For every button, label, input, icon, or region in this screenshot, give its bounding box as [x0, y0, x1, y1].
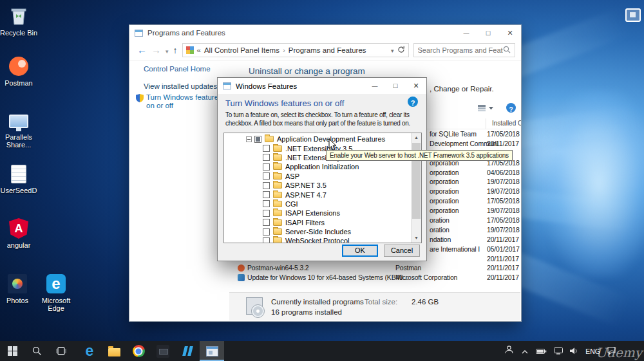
checkbox-unchecked[interactable]: [263, 191, 270, 198]
taskbar-chrome-button[interactable]: [126, 341, 151, 361]
desktop-icon-angular[interactable]: angular: [0, 218, 39, 249]
publisher-cell: orporation: [430, 207, 459, 214]
checkbox-unchecked[interactable]: [263, 200, 270, 207]
breadcrumb-separator: ›: [283, 46, 285, 54]
feature-row[interactable]: ISAPI Extensions: [224, 208, 421, 218]
publisher-cell: orporation: [430, 169, 459, 176]
address-dropdown-icon[interactable]: [391, 46, 394, 54]
close-button[interactable]: [406, 78, 426, 94]
wallpaper-glow: [544, 90, 644, 277]
checkbox-unchecked[interactable]: [263, 182, 270, 189]
collapse-expander-icon[interactable]: [246, 136, 252, 142]
maximize-button[interactable]: [385, 78, 406, 94]
feature-row[interactable]: ASP.NET 4.7: [224, 190, 421, 199]
feature-row[interactable]: Application Initialization: [224, 162, 421, 171]
folder-icon: [273, 201, 282, 207]
help-icon[interactable]: [506, 103, 516, 113]
taskbar-dark-app-button[interactable]: [151, 341, 175, 361]
hidden-icons-chevron[interactable]: [521, 346, 529, 357]
taskbar-edge-button[interactable]: [77, 341, 102, 361]
scroll-up-icon[interactable]: [412, 133, 421, 142]
volume-icon[interactable]: [570, 346, 578, 357]
start-button[interactable]: [0, 341, 24, 361]
checkbox-unchecked[interactable]: [263, 228, 270, 236]
battery-icon[interactable]: [536, 346, 547, 357]
search-icon: [503, 44, 511, 56]
close-button[interactable]: [499, 25, 521, 41]
installed-on-cell: 19/07/2018: [487, 207, 520, 214]
desktop-icon-recycle-bin[interactable]: Recycle Bin: [0, 5, 39, 37]
feature-row[interactable]: Application Development Features: [224, 134, 421, 143]
taskbar-file-explorer-button[interactable]: [102, 341, 126, 361]
publisher-cell: Postman: [395, 264, 421, 272]
blue-app-icon: [184, 346, 192, 356]
change-view-icon[interactable]: [477, 104, 495, 115]
scroll-down-icon[interactable]: [412, 234, 421, 243]
search-box[interactable]: [413, 43, 515, 57]
window-titlebar[interactable]: Programs and Features: [129, 25, 521, 41]
feature-label: Application Initialization: [285, 163, 359, 171]
breadcrumb-all-control-panel-items[interactable]: All Control Panel Items: [204, 46, 279, 54]
feature-row[interactable]: CGI: [224, 199, 421, 208]
minimize-button[interactable]: [365, 78, 385, 94]
ok-button[interactable]: OK: [342, 245, 378, 257]
dialog-titlebar[interactable]: Windows Features: [218, 78, 426, 94]
feature-row[interactable]: ASP: [224, 172, 421, 181]
feature-row[interactable]: Server-Side Includes: [224, 227, 421, 236]
history-dropdown-icon[interactable]: [166, 45, 169, 55]
desktop-icon-photos[interactable]: Photos: [0, 273, 38, 304]
feature-row[interactable]: ASP.NET 3.5: [224, 181, 421, 190]
cancel-button[interactable]: Cancel: [384, 245, 420, 257]
people-icon[interactable]: [504, 345, 514, 357]
program-row-postman[interactable]: Postman-win64-5.3.2 Postman 20/11/2017: [229, 263, 516, 273]
checkbox-unchecked[interactable]: [263, 210, 270, 217]
sidebar-item-view-installed-updates[interactable]: View installed updates: [144, 82, 217, 90]
feature-row[interactable]: WebSocket Protocol: [224, 236, 421, 243]
minimize-button[interactable]: [455, 25, 477, 41]
sidebar-item-control-panel-home[interactable]: Control Panel Home: [144, 65, 211, 73]
taskbar-search-button[interactable]: [24, 341, 49, 361]
control-panel-icon: [186, 46, 194, 54]
checkbox-unchecked[interactable]: [263, 237, 270, 243]
display-icon[interactable]: [554, 346, 563, 357]
tooltip: Enable your Web server to host .NET Fram…: [326, 150, 513, 161]
task-view-button[interactable]: [49, 341, 73, 361]
back-button[interactable]: [137, 45, 147, 55]
desktop-icon-postman[interactable]: Postman: [0, 55, 39, 87]
checkbox-unchecked[interactable]: [263, 145, 270, 152]
breadcrumb-overflow-chevron[interactable]: «: [197, 46, 201, 54]
desktop-shortcut-icon[interactable]: [620, 4, 644, 28]
search-input[interactable]: [418, 46, 503, 54]
publisher-cell: orporation: [430, 187, 459, 195]
column-separator: [486, 118, 486, 129]
dialog-description: checkbox. A filled box means that only p…: [225, 120, 410, 127]
address-bar[interactable]: « All Control Panel Items › Programs and…: [182, 43, 409, 57]
chrome-icon: [133, 345, 145, 357]
checkbox-unchecked[interactable]: [263, 154, 270, 161]
publisher-cell: oration: [430, 226, 450, 234]
desktop-icon-parallels[interactable]: Parallels Share...: [0, 109, 39, 149]
taskbar-blue-app-button[interactable]: [175, 341, 200, 361]
refresh-icon[interactable]: [397, 46, 405, 55]
installed-on-cell: 17/05/2018: [487, 130, 520, 138]
installed-on-cell: 20/11/2017: [487, 273, 519, 281]
checkbox-partial[interactable]: [254, 136, 261, 143]
taskbar-programs-features-button[interactable]: [200, 341, 224, 361]
total-size-label: Total size:: [365, 298, 397, 306]
desktop-icon-userseedd[interactable]: UserSeedD: [0, 163, 39, 194]
up-button[interactable]: [173, 45, 178, 55]
feature-row[interactable]: ISAPI Filters: [224, 218, 421, 227]
sidebar-item-turn-windows-features[interactable]: Turn Windows features on or off: [136, 93, 227, 110]
desktop-icon-edge[interactable]: Microsoft Edge: [35, 273, 77, 312]
help-icon[interactable]: [408, 97, 418, 107]
maximize-button[interactable]: [477, 25, 499, 41]
publisher-cell: ndation: [430, 236, 451, 243]
column-header-installed-on[interactable]: Installed On: [492, 120, 522, 127]
checkbox-unchecked[interactable]: [263, 219, 270, 226]
forward-button[interactable]: [151, 45, 161, 55]
checkbox-unchecked[interactable]: [263, 172, 270, 180]
dialog-icon: [223, 82, 231, 89]
checkbox-unchecked[interactable]: [263, 163, 270, 171]
program-row-windows-update[interactable]: Update for Windows 10 for x64-based Syst…: [229, 273, 516, 282]
breadcrumb-programs-and-features[interactable]: Programs and Features: [289, 46, 366, 54]
